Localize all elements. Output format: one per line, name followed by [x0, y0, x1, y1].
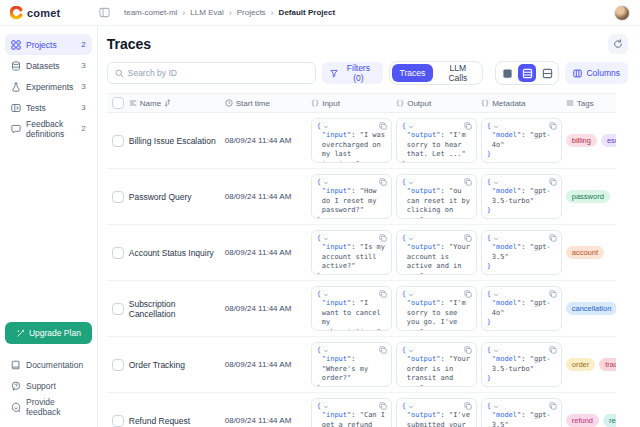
copy-icon[interactable]: [379, 402, 387, 410]
copy-icon[interactable]: [464, 178, 472, 186]
output-json-cell[interactable]: { outputYour account is active and in ..…: [396, 230, 477, 275]
chevron-down-icon[interactable]: [323, 404, 329, 410]
refresh-button[interactable]: [608, 34, 628, 54]
chevron-down-icon[interactable]: [493, 404, 499, 410]
table-row[interactable]: Subscription Cancellation 08/09/24 11:44…: [107, 281, 616, 337]
copy-icon[interactable]: [379, 234, 387, 242]
output-json-cell[interactable]: { outputI'm sorry to see you go. I've ..…: [396, 286, 477, 331]
output-json-cell[interactable]: { outputYour order is in transit and ...…: [396, 342, 477, 387]
sidebar-item-tests[interactable]: Tests 3: [5, 97, 92, 118]
output-json-cell[interactable]: { outputI'm sorry to hear that. Let ... …: [396, 118, 477, 163]
metadata-json-cell[interactable]: { modelgpt-4o }: [481, 118, 562, 163]
input-json-cell[interactable]: { inputCan I get a refund for my last pu…: [311, 398, 392, 427]
metadata-json-cell[interactable]: { modelgpt-4o }: [481, 286, 562, 331]
table-row[interactable]: Billing Issue Escalation 08/09/24 11:44 …: [107, 113, 616, 169]
sort-icon[interactable]: [164, 99, 171, 107]
table-row[interactable]: Password Query 08/09/24 11:44 AM { input…: [107, 169, 616, 225]
search-input[interactable]: [128, 68, 308, 78]
chevron-down-icon[interactable]: [408, 292, 414, 298]
input-json-cell[interactable]: { inputWhere's my order? }: [311, 342, 392, 387]
copy-icon[interactable]: [464, 122, 472, 130]
chevron-down-icon[interactable]: [408, 124, 414, 130]
sidebar-item-feedback-definitions[interactable]: Feedback definitions 2: [5, 118, 92, 139]
comet-logo[interactable]: comet: [10, 6, 60, 19]
breadcrumb-llm-eval[interactable]: LLM Eval: [190, 8, 223, 17]
density-medium-button[interactable]: [518, 64, 536, 82]
copy-icon[interactable]: [549, 402, 557, 410]
chevron-down-icon[interactable]: [408, 348, 414, 354]
column-header-metadata[interactable]: {} Metadata: [481, 99, 566, 108]
column-header-tags[interactable]: Tags: [566, 99, 616, 108]
chevron-down-icon[interactable]: [323, 236, 329, 242]
metadata-json-cell[interactable]: { modelgpt-3.5-turbo }: [481, 174, 562, 219]
tab-traces[interactable]: Traces: [392, 64, 434, 82]
column-header-input[interactable]: {} Input: [311, 99, 396, 108]
row-checkbox[interactable]: [112, 191, 124, 203]
copy-icon[interactable]: [549, 122, 557, 130]
chevron-down-icon[interactable]: [323, 348, 329, 354]
chevron-down-icon[interactable]: [408, 236, 414, 242]
density-compact-button[interactable]: [498, 64, 516, 82]
copy-icon[interactable]: [379, 346, 387, 354]
table-row[interactable]: Order Tracking 08/09/24 11:44 AM { input…: [107, 337, 616, 393]
chevron-down-icon[interactable]: [408, 180, 414, 186]
copy-icon[interactable]: [464, 290, 472, 298]
metadata-json-cell[interactable]: { modelgpt-3.5-turbo }: [481, 342, 562, 387]
tab-llm-calls[interactable]: LLM Calls: [435, 64, 480, 82]
breadcrumb-projects[interactable]: Projects: [237, 8, 266, 17]
input-json-cell[interactable]: { inputI want to cancel my subscription.…: [311, 286, 392, 331]
output-json-cell[interactable]: { outputou can reset it by clicking on .…: [396, 174, 477, 219]
chevron-down-icon[interactable]: [493, 124, 499, 130]
density-large-button[interactable]: [538, 64, 556, 82]
chevron-down-icon[interactable]: [493, 180, 499, 186]
select-all-checkbox[interactable]: [112, 97, 124, 109]
search-box[interactable]: [107, 62, 316, 84]
filters-button[interactable]: Filters (0): [322, 62, 383, 84]
row-checkbox[interactable]: [112, 359, 124, 371]
copy-icon[interactable]: [549, 234, 557, 242]
row-checkbox[interactable]: [112, 247, 124, 259]
table-row[interactable]: Account Status Inquiry 08/09/24 11:44 AM…: [107, 225, 616, 281]
table-row[interactable]: Refund Request 08/09/24 11:44 AM { input…: [107, 393, 616, 427]
metadata-json-cell[interactable]: { modelgpt-3.5 }: [481, 230, 562, 275]
input-json-cell[interactable]: { inputIs my account still active? }: [311, 230, 392, 275]
sidebar-item-datasets[interactable]: Datasets 3: [5, 55, 92, 76]
row-checkbox[interactable]: [112, 135, 124, 147]
copy-icon[interactable]: [464, 234, 472, 242]
column-header-name[interactable]: Name: [129, 99, 225, 108]
breadcrumb-workspace[interactable]: team-comet-ml: [124, 8, 177, 17]
sidebar-item-provide-feedback[interactable]: Provide feedback: [5, 396, 92, 417]
input-json-cell[interactable]: { inputI was overcharged on my last invo…: [311, 118, 392, 163]
chevron-down-icon[interactable]: [323, 124, 329, 130]
metadata-json-cell[interactable]: { modelgpt-3.5 }: [481, 398, 562, 427]
sidebar-item-support[interactable]: Support: [5, 375, 92, 396]
sidebar-item-experiments[interactable]: Experiments 3: [5, 76, 92, 97]
copy-icon[interactable]: [549, 178, 557, 186]
output-json-cell[interactable]: { outputI've submitted your refund reque…: [396, 398, 477, 427]
column-header-output[interactable]: {} Output: [396, 99, 481, 108]
copy-icon[interactable]: [379, 178, 387, 186]
copy-icon[interactable]: [379, 122, 387, 130]
row-checkbox[interactable]: [112, 303, 124, 315]
copy-icon[interactable]: [549, 290, 557, 298]
chevron-down-icon[interactable]: [493, 236, 499, 242]
tag-list: billingescalation: [566, 134, 616, 147]
chevron-down-icon[interactable]: [493, 348, 499, 354]
copy-icon[interactable]: [464, 402, 472, 410]
sidebar-item-documentation[interactable]: Documentation: [5, 354, 92, 375]
chevron-down-icon[interactable]: [493, 292, 499, 298]
input-json-cell[interactable]: { inputHow do I reset my password? }: [311, 174, 392, 219]
column-header-start-time[interactable]: Start time: [225, 99, 311, 108]
upgrade-plan-button[interactable]: Upgrade Plan: [5, 322, 92, 344]
sidebar-collapse-icon[interactable]: [99, 7, 110, 18]
chevron-down-icon[interactable]: [323, 180, 329, 186]
chevron-down-icon[interactable]: [323, 292, 329, 298]
copy-icon[interactable]: [379, 290, 387, 298]
sidebar-item-projects[interactable]: Projects 2: [5, 34, 92, 55]
user-avatar[interactable]: [614, 5, 630, 21]
copy-icon[interactable]: [549, 346, 557, 354]
copy-icon[interactable]: [464, 346, 472, 354]
columns-button[interactable]: Columns: [565, 62, 628, 84]
chevron-down-icon[interactable]: [408, 404, 414, 410]
row-checkbox[interactable]: [112, 415, 124, 427]
